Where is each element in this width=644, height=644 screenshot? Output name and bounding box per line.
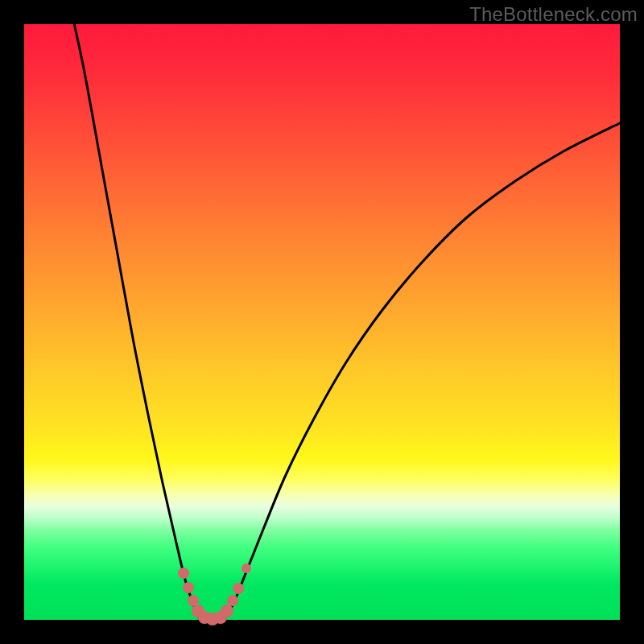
marker-dot bbox=[178, 568, 189, 579]
marker-dot bbox=[227, 595, 238, 606]
marker-dot bbox=[221, 605, 233, 617]
watermark-text: TheBottleneck.com bbox=[469, 3, 638, 26]
marker-dot bbox=[233, 583, 244, 594]
curve-left-branch bbox=[72, 16, 201, 620]
marker-dot bbox=[242, 564, 251, 573]
marker-dot bbox=[183, 582, 194, 593]
marker-dot bbox=[188, 595, 199, 606]
curve-right-branch bbox=[224, 123, 620, 620]
chart-svg bbox=[24, 24, 620, 620]
